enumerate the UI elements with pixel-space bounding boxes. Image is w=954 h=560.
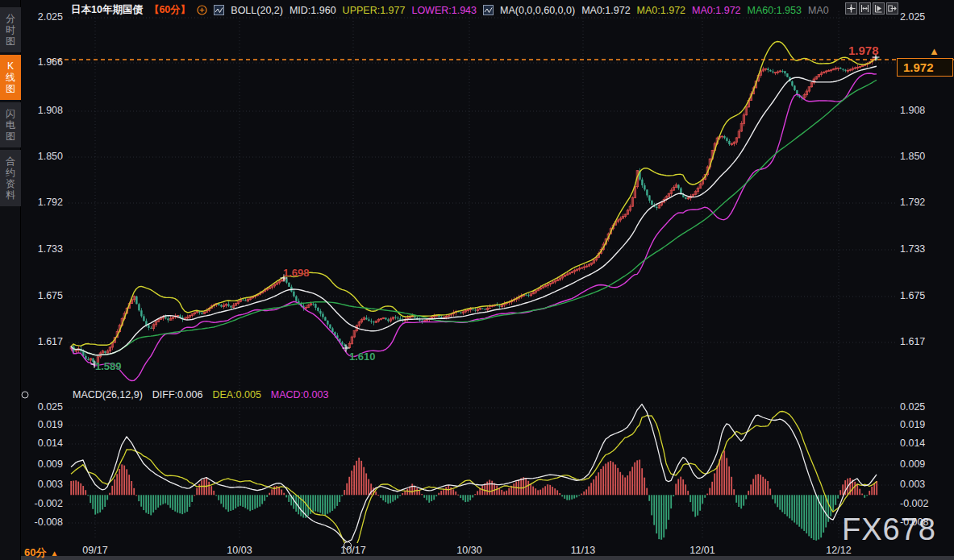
sidebar-item-contract-info[interactable]: 合约资料 bbox=[0, 150, 21, 206]
annotation-end-high: 1.978 bbox=[848, 44, 879, 57]
symbol-name: 日本10年期国债 bbox=[71, 3, 143, 17]
price-tag-arrow-icon: ▲ bbox=[929, 45, 939, 57]
period-selector[interactable]: 60分 ▲ bbox=[24, 545, 58, 560]
sidebar-item-time-chart[interactable]: 分时图 bbox=[0, 7, 21, 52]
shift-right-icon[interactable] bbox=[886, 2, 898, 15]
annotation-mid-low: 1.610 bbox=[349, 351, 376, 363]
boll-indicator-icon[interactable] bbox=[214, 5, 224, 15]
boll-mid-value: MID:1.960 bbox=[290, 5, 336, 16]
chart-header: 日本10年期国债 【60分】 BOLL(20,2) MID:1.960 UPPE… bbox=[71, 3, 829, 17]
zoom-range-icon[interactable] bbox=[859, 2, 871, 15]
ma60-green-value: MA60:1.953 bbox=[748, 5, 802, 16]
current-price-tag[interactable]: 1.972 bbox=[897, 58, 953, 77]
ma-label: MA(0,0,0,60,0,0) bbox=[500, 5, 575, 16]
triangle-up-icon: ▲ bbox=[50, 549, 58, 558]
period-badge[interactable]: 【60分】 bbox=[149, 3, 190, 17]
bottom-strip bbox=[0, 556, 954, 560]
sidebar-item-candle-chart[interactable]: K线图 bbox=[0, 55, 21, 100]
crosshair-icon[interactable] bbox=[845, 2, 857, 15]
annotation-mid-high: 1.698 bbox=[283, 267, 310, 279]
zoom-play-icon[interactable] bbox=[873, 2, 885, 15]
chart-toolbar bbox=[845, 2, 898, 15]
sidebar: 分时图 K线图 闪电图 合约资料 bbox=[0, 0, 21, 560]
chart-canvas[interactable] bbox=[0, 0, 954, 560]
watermark: FX678 bbox=[842, 512, 936, 547]
ma0-white-value: MA0:1.972 bbox=[581, 5, 630, 16]
boll-lower-value: LOWER:1.943 bbox=[411, 5, 477, 16]
macd-diff-value: DIFF:0.006 bbox=[152, 389, 203, 400]
ma-indicator-icon[interactable] bbox=[483, 5, 494, 15]
plus-circle-icon[interactable] bbox=[197, 5, 207, 15]
macd-macd-value: MACD:0.003 bbox=[271, 389, 329, 400]
ma0-gray-value: MA0 bbox=[808, 5, 829, 16]
macd-dea-value: DEA:0.005 bbox=[212, 389, 260, 400]
boll-label: BOLL(20,2) bbox=[231, 5, 283, 16]
period-selector-label: 60分 bbox=[24, 545, 46, 560]
macd-title: MACD(26,12,9) bbox=[73, 389, 143, 400]
boll-upper-value: UPPER:1.977 bbox=[343, 5, 406, 16]
ma0-magenta-value: MA0:1.972 bbox=[692, 5, 740, 16]
macd-header: MACD(26,12,9) DIFF:0.006 DEA:0.005 MACD:… bbox=[73, 389, 328, 400]
sidebar-item-flash-chart[interactable]: 闪电图 bbox=[0, 102, 21, 147]
annotation-start-low: 1.589 bbox=[95, 360, 122, 372]
ma0-yellow-value: MA0:1.972 bbox=[637, 5, 685, 16]
